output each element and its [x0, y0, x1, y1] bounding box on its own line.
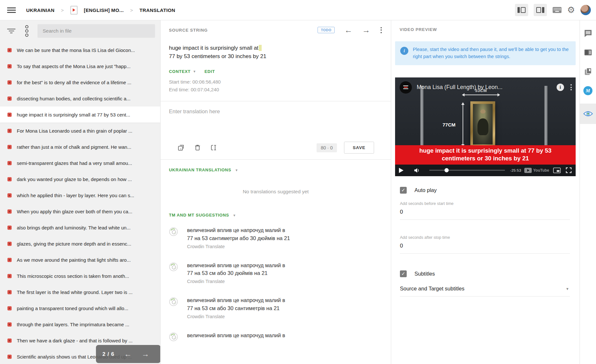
user-avatar[interactable] — [580, 5, 591, 15]
after-stop-label: Add seconds after stop time — [400, 235, 571, 240]
breadcrumb-mode: TRANSLATION — [140, 7, 175, 13]
breadcrumb-file[interactable]: [ENGLISH] MO... — [84, 7, 124, 13]
miniplayer-icon[interactable] — [553, 167, 561, 173]
list-item[interactable]: The first layer is the lead white ground… — [0, 284, 160, 300]
subtitle-overlay: huge impact it is surprisingly small at … — [395, 145, 576, 164]
volume-icon[interactable] — [413, 167, 420, 174]
fullscreen-icon[interactable] — [566, 167, 572, 173]
suggestion-text: величезний вплив це напрочуд малий в77 н… — [187, 226, 290, 242]
list-item[interactable]: dark you wanted your glaze to be, depend… — [0, 171, 160, 187]
preview-mode-selected[interactable] — [580, 104, 596, 124]
save-button[interactable]: SAVE — [344, 142, 374, 154]
more-options-icon[interactable] — [380, 26, 382, 34]
list-item-text: When you apply thin glaze over both of t… — [17, 209, 132, 214]
list-item[interactable]: huge impact it is surprisingly small at … — [0, 106, 160, 123]
translation-input-placeholder[interactable]: Enter translation here — [169, 108, 382, 115]
copy-source-icon[interactable] — [177, 144, 185, 151]
mt-logo: M — [583, 86, 592, 95]
list-item[interactable]: through the paint layers. The imprimatur… — [0, 316, 160, 332]
string-status-icon — [7, 290, 12, 294]
toggle-right-panel-button[interactable] — [534, 4, 547, 16]
suggestion-item[interactable]: величезний вплив це напрочуд малий в77 н… — [169, 296, 382, 319]
subtitles-mode-select[interactable]: Source and Target subtitles ▼ — [400, 286, 570, 297]
text-cursor-icon[interactable] — [210, 144, 218, 151]
video-more-options-icon[interactable] — [570, 84, 572, 90]
chevron-right-icon: > — [130, 7, 133, 13]
suggestion-list: величезний вплив це напрочуд малий в77 н… — [169, 226, 382, 341]
after-stop-input[interactable]: 0 — [400, 243, 570, 254]
machine-translation-icon[interactable]: M — [583, 86, 592, 95]
duplicate-strings-icon[interactable] — [584, 67, 592, 76]
suggestion-item[interactable]: величезний вплив це напрочуд малий в — [169, 331, 382, 341]
translation-editor[interactable]: Enter translation here 80 · 0 SAVE — [161, 101, 391, 159]
list-item[interactable]: rather than just a mix of chalk and pigm… — [0, 139, 160, 155]
tm-mt-section-toggle[interactable]: TM AND MT SUGGESTIONS — [169, 213, 229, 217]
string-status-icon — [7, 274, 12, 278]
video-preview-header: VIDEO PREVIEW — [400, 27, 437, 32]
subtitles-checkbox[interactable]: ✓ — [400, 270, 407, 277]
suggestion-text: величезний вплив це напрочуд малий в — [187, 331, 285, 339]
seek-knob[interactable] — [444, 168, 449, 172]
channel-avatar[interactable] — [400, 81, 412, 94]
string-status-icon — [7, 177, 12, 181]
search-input[interactable] — [42, 28, 151, 34]
next-string-arrow[interactable]: → — [362, 26, 370, 34]
list-item[interactable]: dissecting human bodies, and collecting … — [0, 90, 160, 106]
clear-translation-trash-icon[interactable] — [194, 144, 201, 151]
suggestion-item[interactable]: величезний вплив це напрочуд малий в77 н… — [169, 261, 382, 284]
prev-page-arrow[interactable]: ← — [124, 350, 132, 358]
list-item[interactable]: glazes, giving the picture more depth an… — [0, 236, 160, 252]
play-button[interactable] — [399, 168, 403, 173]
suggestion-source: Crowdin Translate — [187, 244, 290, 249]
video-player[interactable]: 53CM 77CM Mona Lisa (Full Length) by Leo… — [395, 77, 576, 176]
list-item[interactable]: This microscopic cross section is taken … — [0, 268, 160, 284]
translations-section-toggle[interactable]: UKRAINIAN TRANSLATIONS — [169, 167, 231, 172]
todo-badge[interactable]: TODO — [318, 27, 335, 33]
crowdin-translate-icon — [169, 297, 178, 306]
crowdin-translate-icon — [169, 332, 178, 341]
list-item-text: rather than just a mix of chalk and pigm… — [17, 144, 131, 150]
list-item-text: dark you wanted your glaze to be, depend… — [17, 177, 132, 182]
filter-icon[interactable] — [7, 27, 16, 34]
breadcrumb-project[interactable]: UKRAINIAN — [26, 7, 55, 13]
crowdin-translate-icon — [169, 227, 178, 236]
subtitles-label: Subtitles — [414, 271, 435, 277]
string-status-icon — [7, 209, 12, 214]
right-panel-icon — [536, 7, 544, 13]
context-toggle[interactable]: CONTEXT — [169, 69, 191, 74]
comments-icon[interactable] — [584, 29, 592, 38]
string-status-icon — [7, 80, 12, 85]
video-title[interactable]: Mona Lisa (Full Length) by Leon... — [417, 84, 552, 91]
list-item[interactable]: When you apply thin glaze over both of t… — [0, 203, 160, 219]
video-info-icon[interactable]: i — [557, 84, 564, 91]
list-item[interactable]: We can be sure that the mona lisa IS Lis… — [0, 42, 160, 58]
suggestion-text: величезний вплив це напрочуд малий в77 н… — [187, 261, 285, 278]
hamburger-menu-icon[interactable] — [7, 6, 16, 14]
youtube-logo-icon — [524, 168, 532, 173]
context-pane-icon[interactable] — [584, 48, 592, 57]
before-start-input[interactable]: 0 — [400, 209, 570, 220]
search-box[interactable] — [37, 24, 155, 38]
list-item[interactable]: As we move around the painting that ligh… — [0, 252, 160, 268]
list-item[interactable]: for the best" is to deny all the evidenc… — [0, 74, 160, 90]
autoplay-checkbox[interactable]: ✓ — [400, 187, 407, 194]
list-item[interactable]: For Mona Lisa Leonardo used a thin grain… — [0, 123, 160, 139]
next-page-arrow[interactable]: → — [141, 350, 149, 358]
string-status-icon — [7, 339, 12, 343]
string-status-icon — [7, 193, 12, 197]
previous-string-arrow[interactable]: ← — [344, 26, 352, 34]
suggestion-item[interactable]: величезний вплив це напрочуд малий в77 н… — [169, 226, 382, 249]
list-item[interactable]: which he applied thin - layer by layer. … — [0, 187, 160, 203]
list-item[interactable]: also brings depth and luminosity. The le… — [0, 219, 160, 236]
list-item[interactable]: painting a transparent toned ground whic… — [0, 300, 160, 316]
settings-gear-icon[interactable]: ⚙ — [567, 6, 575, 15]
edit-context-link[interactable]: EDIT — [204, 69, 215, 74]
list-item-text: through the paint layers. The imprimatur… — [17, 322, 129, 327]
list-item[interactable]: semi-transparent glazes that had a very … — [0, 155, 160, 171]
toggle-left-panel-button[interactable] — [515, 4, 528, 16]
file-icon — [70, 6, 78, 15]
keyboard-shortcuts-icon[interactable] — [552, 7, 562, 13]
seek-bar[interactable] — [429, 170, 505, 171]
list-item[interactable]: To say that aspects of the Mona Lisa are… — [0, 58, 160, 74]
options-dots-icon[interactable] — [25, 25, 28, 37]
